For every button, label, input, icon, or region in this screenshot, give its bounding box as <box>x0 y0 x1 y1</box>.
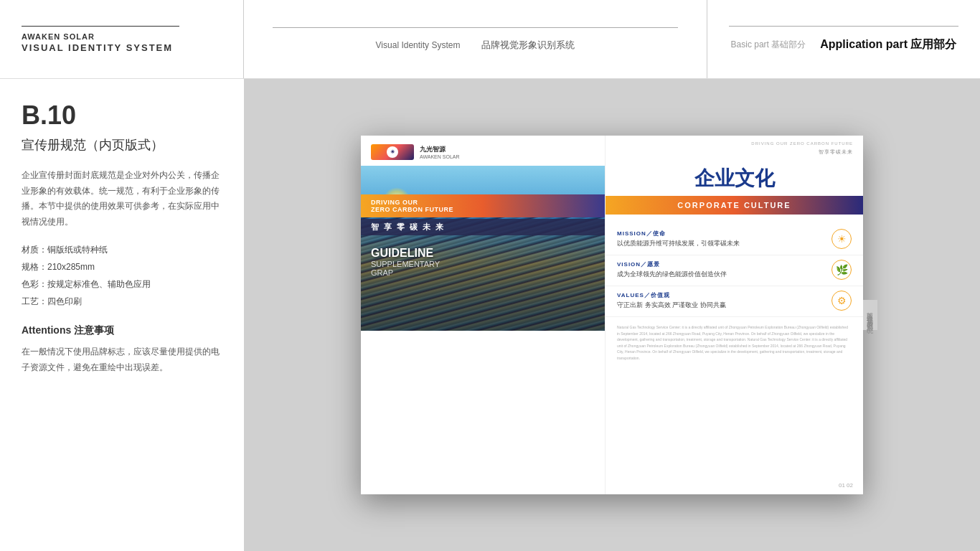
vision-en: VISION／愿景 <box>617 260 826 268</box>
values-cn: 守正出新 务实高效 严谨敬业 协同共赢 <box>617 301 826 310</box>
culture-vision-item: VISION／愿景 成为全球领先的绿色能源价值创造伙伴 🌿 <box>606 255 863 286</box>
brochure-spread: ☀ 九光智源 AWAKEN SOLAR <box>361 136 863 494</box>
company-name-en: AWAKEN SOLAR <box>420 154 460 159</box>
company-logo: ☀ <box>371 144 414 160</box>
spec-material: 材质：铜版纸或特种纸 <box>22 241 222 258</box>
right-top-text: DRIVING OUR ZERO CARBON FUTURE <box>606 136 863 149</box>
section-desc: 企业宣传册封面封底规范是企业对外内公关，传播企业形象的有效载体。统一规范，有利于… <box>22 168 222 230</box>
guideline-text: GUIDELINE SUPPLEMENTARY GRAP <box>361 242 605 281</box>
brochure-right-page: DRIVING OUR ZERO CARBON FUTURE 智享零碳未来 企业… <box>605 136 863 494</box>
nav-center-line <box>273 27 678 28</box>
nav-right: Basic part 基础部分 Application part 应用部分 <box>707 0 980 78</box>
top-header: AWAKEN SOLAR VISUAL IDENTITY SYSTEM Visu… <box>0 0 980 79</box>
vision-icon: 🌿 <box>831 260 852 280</box>
spec-process: 工艺：四色印刷 <box>22 293 222 310</box>
right-content: ☀ 九光智源 AWAKEN SOLAR <box>244 79 980 551</box>
logo-subtitle: VISUAL IDENTITY SYSTEM <box>22 42 222 53</box>
logo-line <box>22 26 179 27</box>
nav-center: Visual Identity System 品牌视觉形象识别系统 <box>244 0 707 78</box>
side-tab: 版面自视觉形象识别系统 <box>863 300 877 330</box>
attention-desc: 在一般情况下使用品牌标志，应该尽量使用提供的电子资源文件，避免在重绘中出现误差。 <box>22 344 222 375</box>
logo-name: AWAKEN SOLAR <box>22 32 222 41</box>
nav-vis-identity-en[interactable]: Visual Identity System <box>376 40 461 50</box>
spec-size: 规格：210x285mm <box>22 258 222 276</box>
mission-cn: 以优质能源升维可持续发展，引领零碳未来 <box>617 239 826 248</box>
nav-right-items: Basic part 基础部分 Application part 应用部分 <box>731 37 957 52</box>
page-numbers: 01 02 <box>839 482 853 489</box>
nav-vis-identity-cn[interactable]: 品牌视觉形象识别系统 <box>481 39 575 52</box>
brochure-page-header: ☀ 九光智源 AWAKEN SOLAR <box>361 136 605 166</box>
left-sidebar: B.10 宣传册规范（内页版式） 企业宣传册封面封底规范是企业对外内公关，传播企… <box>0 79 244 551</box>
banner-text-overlay: DRIVING OUR ZERO CARBON FUTURE 智 享 零 碳 未… <box>361 194 605 281</box>
culture-mission-text: MISSION／使命 以优质能源升维可持续发展，引领零碳未来 <box>617 230 826 248</box>
culture-mission-item: MISSION／使命 以优质能源升维可持续发展，引领零碳未来 ☀ <box>606 225 863 255</box>
mission-en: MISSION／使命 <box>617 230 826 237</box>
attention-title: Attentions 注意事项 <box>22 324 222 337</box>
banner-top-text: DRIVING OUR ZERO CARBON FUTURE <box>361 194 605 217</box>
nav-center-items: Visual Identity System 品牌视觉形象识别系统 <box>376 39 575 52</box>
values-en: VALUES／价值观 <box>617 291 826 299</box>
company-logo-text: 九光智源 AWAKEN SOLAR <box>420 145 460 159</box>
culture-values-item: VALUES／价值观 守正出新 务实高效 严谨敬业 协同共赢 ⚙ <box>606 286 863 317</box>
right-subtitle: 智享零碳未来 <box>606 149 863 161</box>
spec-color: 色彩：按规定标准色、辅助色应用 <box>22 276 222 293</box>
solar-image-area: DRIVING OUR ZERO CARBON FUTURE 智 享 零 碳 未… <box>361 166 605 331</box>
culture-vision-text: VISION／愿景 成为全球领先的绿色能源价值创造伙伴 <box>617 260 826 279</box>
culture-values-text: VALUES／价值观 守正出新 务实高效 严谨敬业 协同共赢 <box>617 291 826 310</box>
brochure-left-page: ☀ 九光智源 AWAKEN SOLAR <box>361 136 605 494</box>
nav-application-part[interactable]: Application part 应用部分 <box>820 37 956 52</box>
mission-icon: ☀ <box>831 229 852 249</box>
section-title: 宣传册规范（内页版式） <box>22 136 222 154</box>
vision-cn: 成为全球领先的绿色能源价值创造伙伴 <box>617 270 826 279</box>
main-layout: B.10 宣传册规范（内页版式） 企业宣传册封面封底规范是企业对外内公关，传播企… <box>0 79 980 551</box>
culture-title-cn: 企业文化 <box>606 161 863 196</box>
culture-banner: CORPORATE CULTURE <box>606 196 863 215</box>
banner-cn-text: 智 享 零 碳 未 来 <box>361 219 605 235</box>
section-number: B.10 <box>22 100 222 131</box>
spec-list: 材质：铜版纸或特种纸 规格：210x285mm 色彩：按规定标准色、辅助色应用 … <box>22 241 222 310</box>
company-name-cn: 九光智源 <box>420 145 460 154</box>
culture-desc: Natural Gas Technology Service Center: i… <box>606 317 863 368</box>
logo-area: AWAKEN SOLAR VISUAL IDENTITY SYSTEM <box>0 0 244 78</box>
nav-right-line <box>729 26 958 27</box>
nav-basic-part[interactable]: Basic part 基础部分 <box>731 39 806 51</box>
values-icon: ⚙ <box>831 291 852 311</box>
company-logo-icon: ☀ <box>387 146 398 158</box>
